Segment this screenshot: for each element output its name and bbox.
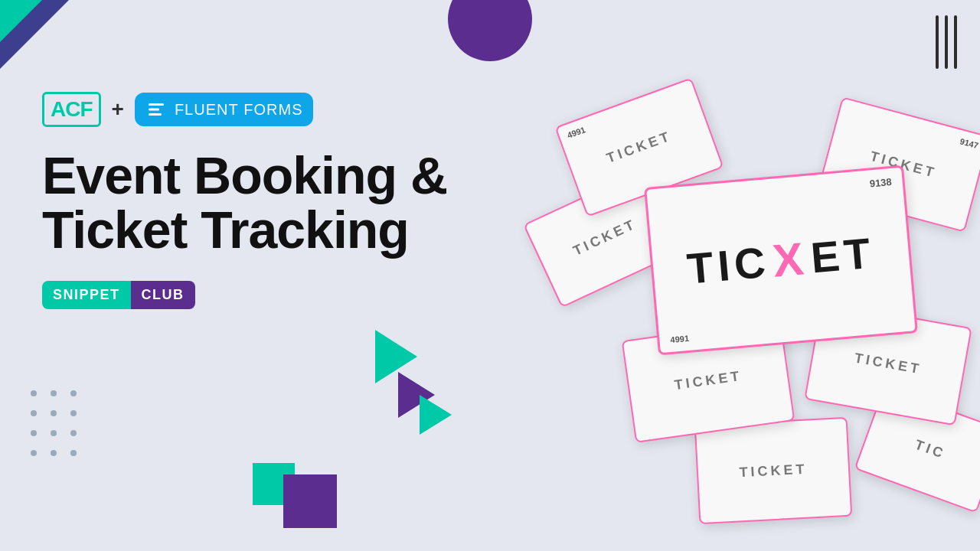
ticket-number-1: 9147 [959,136,979,150]
club-text: CLUB [131,281,195,309]
fluent-text: FLUENT FORMS [175,101,303,119]
ticket-stub-text-6: TIC [913,437,948,463]
title-line2: Ticket Tracking [42,201,409,259]
snippet-text: SNIPPET [42,281,131,309]
plus-separator: + [112,97,124,122]
ticket-text-left: TIC [685,236,772,293]
ticket-x-char: X [770,232,810,288]
fluent-forms-logo: FLUENT FORMS [135,93,314,126]
svg-rect-6 [149,109,159,111]
tickets-container: TICKET 9147 TICKET 4991 TICKET TICXET 91… [482,38,980,536]
ticket-stub-text-3: TICKET [853,350,923,377]
purple-square-decoration [283,474,337,528]
page-container: ACF + FLUENT FORMS Event Booking & Ticke… [0,0,980,551]
corner-decoration [0,0,77,77]
brand-row: ACF + FLUENT FORMS [42,92,486,127]
main-title: Event Booking & Ticket Tracking [42,148,486,258]
main-ticket: TICXET 9138 4991 [644,165,918,356]
dots-decoration [31,390,80,459]
ticket-number-main: 9138 [869,176,892,189]
svg-rect-5 [149,103,164,106]
acf-logo: ACF [42,92,101,127]
fluent-icon [145,99,167,120]
ticket-main-text: TICXET [685,226,877,295]
left-content-area: ACF + FLUENT FORMS Event Booking & Ticke… [42,92,486,309]
forms-label: FORMS [243,101,302,118]
title-line1: Event Booking & [42,146,447,204]
ticket-number-2: 4991 [566,125,586,140]
ticket-text-right: ET [808,227,877,282]
ticket-stub-text-5: TICKET [570,216,639,259]
ticket-stub-7: TICKET [694,417,853,524]
fluent-label: FLUENT [175,101,239,118]
snippet-club-badge: SNIPPET CLUB [42,281,195,309]
ticket-stub-text-4: TICKET [673,368,743,393]
ticket-stub-text-2: TICKET [605,128,675,166]
ticket-stub-text-7: TICKET [739,461,808,481]
tickets-area: TICKET 9147 TICKET 4991 TICKET TICXET 91… [444,0,980,551]
ticket-number-main-b: 4991 [670,334,689,344]
svg-rect-7 [149,113,162,116]
